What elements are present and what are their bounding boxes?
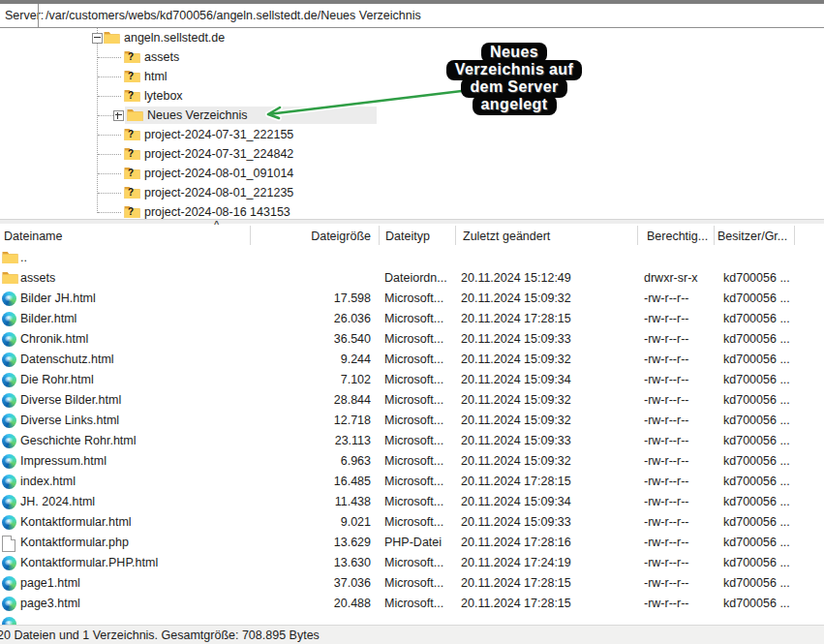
file-permissions-cell: -rw-r--r--	[644, 291, 712, 307]
table-row[interactable]: JH. 2024.html11.438Microsoft...20.11.202…	[0, 492, 824, 512]
tree-item-label: assets	[144, 49, 179, 65]
column-resize-handle[interactable]	[794, 226, 795, 245]
table-row-partial[interactable]	[0, 614, 824, 625]
server-path-input[interactable]: /var/customers/webs/kd700056/angeln.sell…	[46, 4, 824, 27]
file-modified-cell: 20.11.2024 15:09:32	[461, 453, 626, 470]
file-size-cell: 9.244	[286, 352, 371, 368]
tree-item-label: project-2024-07-31_224842	[144, 146, 293, 162]
file-type-cell: Microsoft...	[384, 392, 450, 409]
file-modified-cell: 20.11.2024 17:28:15	[461, 474, 626, 490]
tree-item-label: lytebox	[144, 88, 183, 104]
file-size-cell: 13.630	[286, 555, 371, 571]
file-name-cell: Kontaktformular.html	[20, 514, 243, 531]
file-type-cell: Microsoft...	[384, 494, 450, 510]
file-type-cell: Microsoft...	[384, 331, 450, 348]
file-owner-cell: kd700056 ...	[723, 270, 820, 287]
column-header-dateiname[interactable]: Dateiname	[4, 228, 62, 245]
file-type-cell	[384, 250, 450, 266]
column-resize-handle[interactable]	[250, 226, 251, 245]
tree-item-project-2024-07-31-222155[interactable]: ?project-2024-07-31_222155	[0, 125, 407, 144]
file-name-cell: assets	[20, 270, 243, 287]
tree-item-body: ?project-2024-07-31_224842	[122, 145, 374, 163]
column-header-dateigroesse[interactable]: Dateigröße	[290, 228, 371, 245]
table-row[interactable]: page3.html20.488Microsoft...20.11.2024 1…	[0, 594, 824, 614]
column-resize-handle[interactable]	[455, 226, 456, 245]
table-row[interactable]: Diverse Links.html12.718Microsoft...20.1…	[0, 411, 824, 431]
table-row[interactable]: Bilder.html26.036Microsoft...20.11.2024 …	[0, 309, 824, 329]
file-permissions-cell: -rw-r--r--	[644, 331, 712, 348]
table-row[interactable]: Kontaktformular.PHP.html13.630Microsoft.…	[0, 553, 824, 573]
status-summary: 20 Dateien und 1 Verzeichnis. Gesamtgröß…	[0, 628, 320, 643]
table-row[interactable]: Datenschutz.html9.244Microsoft...20.11.2…	[0, 350, 824, 370]
file-owner-cell: kd700056 ...	[723, 311, 820, 327]
file-name-cell: Chronik.html	[20, 331, 243, 348]
file-type-cell: Microsoft...	[384, 555, 450, 571]
folder-icon	[104, 31, 120, 45]
tree-item-project-2024-08-16-143153[interactable]: ?project-2024-08-16 143153	[0, 202, 407, 219]
file-owner-cell: kd700056 ...	[723, 352, 820, 368]
folder-icon	[2, 271, 18, 285]
table-row[interactable]: Kontaktformular.php13.629PHP-Datei20.11.…	[0, 533, 824, 553]
tree-connector-stub	[98, 193, 121, 195]
document-file-icon	[2, 536, 15, 552]
table-row[interactable]: index.html16.485Microsoft...20.11.2024 1…	[0, 472, 824, 492]
file-size-cell	[286, 250, 371, 266]
collapse-expander-icon[interactable]	[92, 33, 103, 44]
table-row[interactable]: Bilder JH.html17.598Microsoft...20.11.20…	[0, 289, 824, 309]
tree-item-project-2024-08-01-091014[interactable]: ?project-2024-08-01_091014	[0, 164, 407, 183]
file-name-cell: Datenschutz.html	[20, 352, 243, 368]
edge-browser-icon	[2, 353, 16, 367]
expand-plus-icon[interactable]	[113, 110, 124, 121]
table-row[interactable]: Geschichte Rohr.html23.113Microsoft...20…	[0, 431, 824, 451]
file-size-cell: 6.963	[286, 453, 371, 470]
table-row[interactable]: ..	[0, 248, 824, 268]
question-mark-overlay-icon: ?	[128, 129, 134, 139]
edge-browser-icon	[2, 495, 16, 509]
table-row[interactable]: Chronik.html36.540Microsoft...20.11.2024…	[0, 329, 824, 350]
column-header-zuletzt-geaendert[interactable]: Zuletzt geändert	[463, 228, 550, 245]
table-row[interactable]: Impressum.html6.963Microsoft...20.11.202…	[0, 451, 824, 472]
file-modified-cell: 20.11.2024 17:28:15	[461, 311, 626, 327]
tree-item-assets[interactable]: ?assets	[0, 47, 407, 67]
column-header-berechtigungen[interactable]: Berechtig...	[647, 228, 708, 245]
column-resize-handle[interactable]	[637, 226, 638, 245]
tree-item-body: ?project-2024-07-31_222155	[122, 126, 374, 143]
table-row[interactable]: assetsDateiordn...20.11.2024 15:12:49drw…	[0, 268, 824, 289]
annotation-callout: Neues Verzeichnis auf dem Server angeleg…	[432, 43, 596, 115]
tree-item-label: angeln.sellstedt.de	[124, 30, 225, 46]
tree-connector-stub	[98, 212, 121, 214]
file-name-cell: Diverse Links.html	[20, 413, 243, 429]
tree-item-body: ?project-2024-08-01_221235	[122, 184, 374, 201]
file-permissions-cell: -rw-r--r--	[644, 352, 712, 368]
file-name-cell: page1.html	[20, 575, 243, 592]
table-row[interactable]: Diverse Bilder.html28.844Microsoft...20.…	[0, 390, 824, 411]
file-modified-cell: 20.11.2024 15:09:33	[461, 331, 626, 348]
column-resize-handle[interactable]	[714, 226, 715, 245]
tree-item-root[interactable]: angeln.sellstedt.de	[0, 28, 407, 47]
ftp-client-window: Server: /var/customers/webs/kd700056/ang…	[0, 0, 824, 644]
column-resize-handle[interactable]	[379, 226, 380, 245]
table-row[interactable]: Kontaktformular.html9.021Microsoft...20.…	[0, 512, 824, 533]
column-header-besitzer[interactable]: Besitzer/Gr...	[717, 228, 787, 245]
tree-item-project-2024-07-31-224842[interactable]: ?project-2024-07-31_224842	[0, 144, 407, 164]
table-row[interactable]: Die Rohr.html7.102Microsoft...20.11.2024…	[0, 370, 824, 390]
tree-connector-stub	[98, 173, 121, 175]
file-owner-cell: kd700056 ...	[723, 453, 820, 470]
tree-item-label: project-2024-08-16 143153	[144, 204, 290, 219]
file-size-cell: 17.598	[286, 291, 371, 307]
file-modified-cell: 20.11.2024 15:12:49	[461, 270, 626, 287]
question-mark-overlay-icon: ?	[128, 148, 134, 159]
table-row[interactable]: page1.html37.036Microsoft...20.11.2024 1…	[0, 573, 824, 594]
file-size-cell: 16.485	[286, 474, 371, 490]
column-header-dateityp[interactable]: Dateityp	[385, 228, 430, 245]
file-name-cell: Bilder JH.html	[20, 291, 243, 307]
file-owner-cell: kd700056 ...	[723, 494, 820, 510]
tree-item-project-2024-08-01-221235[interactable]: ?project-2024-08-01_221235	[0, 183, 407, 202]
file-permissions-cell: -rw-r--r--	[644, 514, 712, 531]
file-type-cell: Microsoft...	[384, 372, 450, 388]
file-modified-cell: 20.11.2024 15:09:32	[461, 392, 626, 409]
file-list-header: ^ Dateiname Dateigröße Dateityp Zuletzt …	[0, 219, 824, 248]
file-name-cell: Impressum.html	[20, 453, 243, 470]
file-name-cell: Geschichte Rohr.html	[20, 433, 243, 449]
panel-splitter[interactable]	[0, 219, 824, 224]
